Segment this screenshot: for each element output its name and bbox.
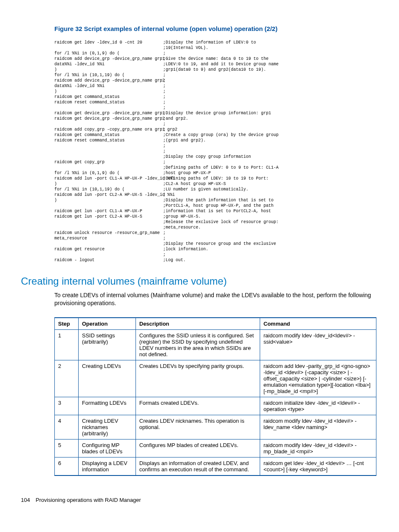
cell-desc: Formats created LDEVs. bbox=[136, 397, 260, 415]
footer-title: Provisioning operations with RAID Manage… bbox=[36, 497, 141, 503]
cell-step: 1 bbox=[55, 329, 79, 360]
cell-step: 3 bbox=[55, 397, 79, 415]
figure-title: Figure 32 Script examples of internal vo… bbox=[54, 25, 378, 32]
table-row: 5 Configuring MP blades of LDEVs Configu… bbox=[55, 439, 376, 457]
section-heading: Creating internal volumes (mainframe vol… bbox=[21, 275, 378, 287]
cell-desc: Configures the SSID unless it is configu… bbox=[136, 329, 260, 360]
cell-cmd: raidcom modify ldev -ldev_id <ldev#> -mp… bbox=[260, 439, 376, 457]
cell-cmd: raidcom get ldev -ldev_id <ldev#> … [-cn… bbox=[260, 457, 376, 475]
cell-op: Formatting LDEVs bbox=[79, 397, 136, 415]
cell-op: Configuring MP blades of LDEVs bbox=[79, 439, 136, 457]
table-row: 3 Formatting LDEVs Formats created LDEVs… bbox=[55, 397, 376, 415]
header-operation: Operation bbox=[79, 318, 136, 330]
table-header-row: Step Operation Description Command bbox=[55, 318, 376, 330]
cell-desc: Configures MP blades of created LDEVs. bbox=[136, 439, 260, 457]
cell-desc: Displays an information of created LDEV,… bbox=[136, 457, 260, 475]
cell-step: 5 bbox=[55, 439, 79, 457]
header-step: Step bbox=[55, 318, 79, 330]
cell-desc: Creates LDEVs by specifying parity group… bbox=[136, 360, 260, 397]
cell-cmd: raidcom initialize ldev -ldev_id <ldev#>… bbox=[260, 397, 376, 415]
code-right-column: ;Display the information of LDEV:0 to ;1… bbox=[163, 40, 378, 263]
steps-table: Step Operation Description Command 1 SSI… bbox=[54, 317, 376, 476]
cell-desc: Creates LDEV nicknames. This operation i… bbox=[136, 415, 260, 439]
cell-step: 2 bbox=[55, 360, 79, 397]
cell-op: Creating LDEV nicknames (arbitrarily) bbox=[79, 415, 136, 439]
table-row: 1 SSID settings (arbitrarily) Configures… bbox=[55, 329, 376, 360]
cell-op: SSID settings (arbitrarily) bbox=[79, 329, 136, 360]
page-number: 104 bbox=[21, 497, 30, 503]
cell-op: Creating LDEVs bbox=[79, 360, 136, 397]
table-row: 6 Displaying a LDEV information Displays… bbox=[55, 457, 376, 475]
page-footer: 104 Provisioning operations with RAID Ma… bbox=[21, 497, 378, 503]
section-intro: To create LDEVs of internal volumes (Mai… bbox=[54, 291, 378, 307]
table-row: 4 Creating LDEV nicknames (arbitrarily) … bbox=[55, 415, 376, 439]
table-row: 2 Creating LDEVs Creates LDEVs by specif… bbox=[55, 360, 376, 397]
cell-step: 4 bbox=[55, 415, 79, 439]
cell-step: 6 bbox=[55, 457, 79, 475]
cell-cmd: raidcom add ldev -parity_grp_id <gno-sgn… bbox=[260, 360, 376, 397]
code-block: raidcom get ldev -ldev_id 0 -cnt 20 for … bbox=[54, 40, 378, 263]
header-description: Description bbox=[136, 318, 260, 330]
code-left-column: raidcom get ldev -ldev_id 0 -cnt 20 for … bbox=[54, 40, 163, 263]
cell-cmd: raidcom modify ldev -ldev_id<ldev#> -ssi… bbox=[260, 329, 376, 360]
cell-cmd: raidcom modify ldev -ldev_id <ldev#> -ld… bbox=[260, 415, 376, 439]
cell-op: Displaying a LDEV information bbox=[79, 457, 136, 475]
header-command: Command bbox=[260, 318, 376, 330]
